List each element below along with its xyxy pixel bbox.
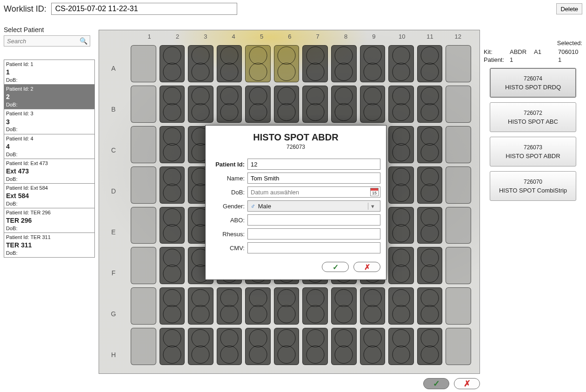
delete-button[interactable]: Delete: [556, 3, 582, 14]
plate-well[interactable]: [445, 206, 472, 245]
plate-well[interactable]: [187, 44, 214, 83]
plate-well[interactable]: [416, 85, 444, 124]
plate-well[interactable]: [216, 85, 243, 124]
plate-well[interactable]: [387, 286, 415, 326]
plate-well[interactable]: [387, 246, 415, 285]
plate-well[interactable]: [445, 44, 472, 83]
kit-button[interactable]: 726074 HISTO SPOT DRDQ: [490, 68, 576, 98]
plate-confirm-button[interactable]: ✓: [423, 378, 449, 389]
plate-well[interactable]: [159, 327, 186, 366]
abo-field[interactable]: [247, 214, 380, 226]
plate-well[interactable]: [159, 166, 186, 205]
plate-cancel-button[interactable]: ✗: [454, 378, 480, 389]
kit-button[interactable]: 726073 HISTO SPOT ABDR: [490, 137, 576, 166]
plate-well[interactable]: [330, 44, 358, 83]
plate-well[interactable]: [387, 44, 415, 83]
plate-well[interactable]: [416, 125, 444, 164]
plate-well[interactable]: [130, 44, 157, 83]
calendar-icon[interactable]: 15: [370, 188, 379, 196]
worklist-id-input[interactable]: [51, 3, 237, 15]
plate-well[interactable]: [130, 206, 157, 245]
dialog-confirm-button[interactable]: ✓: [322, 262, 349, 272]
plate-well[interactable]: [130, 286, 157, 326]
plate-well[interactable]: [159, 246, 186, 285]
plate-well[interactable]: [330, 85, 358, 124]
gender-select[interactable]: ♂ Male ▾: [247, 200, 380, 212]
dialog-title: HISTO SPOT ABDR: [211, 132, 380, 143]
plate-well[interactable]: [416, 166, 444, 205]
search-input[interactable]: [4, 35, 90, 47]
patient-list-item[interactable]: Patient Id: 3 3 DoB:: [4, 109, 94, 134]
patient-list-item[interactable]: Patient Id: TER 296 TER 296 DoB:: [4, 208, 94, 233]
plate-well[interactable]: [130, 125, 157, 164]
patient-list-item[interactable]: Patient Id: TER 311 TER 311 DoB:: [4, 233, 94, 257]
plate-well[interactable]: [445, 166, 472, 205]
plate-well[interactable]: [359, 327, 386, 366]
plate-well[interactable]: [445, 246, 472, 285]
plate-well[interactable]: [244, 85, 272, 124]
cmv-field[interactable]: [247, 242, 380, 253]
plate-well[interactable]: [273, 286, 300, 326]
patient-list-item[interactable]: Patient Id: Ext 584 Ext 584 DoB:: [4, 184, 94, 208]
plate-well[interactable]: [244, 286, 272, 326]
plate-well[interactable]: [445, 286, 472, 326]
plate-well[interactable]: [273, 327, 300, 366]
plate-well[interactable]: [187, 286, 214, 326]
plate-well[interactable]: [273, 85, 300, 124]
plate-well[interactable]: [330, 327, 358, 366]
plate-well[interactable]: [159, 286, 186, 326]
plate-well[interactable]: [445, 85, 472, 124]
plate-well[interactable]: [330, 286, 358, 326]
plate-well[interactable]: [187, 85, 214, 124]
search-icon[interactable]: 🔍: [80, 37, 87, 45]
plate-well[interactable]: [159, 206, 186, 245]
plate-well[interactable]: [159, 85, 186, 124]
patient-list-item[interactable]: Patient Id: 1 1 DoB:: [4, 60, 94, 85]
plate-well[interactable]: [130, 327, 157, 366]
dob-field[interactable]: [247, 186, 380, 198]
plate-well[interactable]: [301, 44, 329, 83]
dialog-cancel-button[interactable]: ✗: [353, 262, 380, 272]
patient-id-field[interactable]: [247, 159, 380, 170]
patient-list-item[interactable]: Patient Id: 4 4 DoB:: [4, 134, 94, 159]
plate-well[interactable]: [244, 327, 272, 366]
plate-well[interactable]: [130, 166, 157, 205]
plate-well[interactable]: [416, 286, 444, 326]
plate-well[interactable]: [416, 246, 444, 285]
plate-well[interactable]: [387, 85, 415, 124]
plate-well[interactable]: [244, 44, 272, 83]
plate-well[interactable]: [187, 327, 214, 366]
plate-well[interactable]: [273, 44, 300, 83]
plate-well[interactable]: [445, 327, 472, 366]
plate-well[interactable]: [301, 286, 329, 326]
kit-pos: A1: [534, 48, 558, 55]
plate-well[interactable]: [387, 206, 415, 245]
plate-well[interactable]: [130, 85, 157, 124]
plate-well[interactable]: [301, 327, 329, 366]
patient-list-item[interactable]: Patient Id: Ext 473 Ext 473 DoB:: [4, 159, 94, 184]
plate-well[interactable]: [216, 44, 243, 83]
name-field[interactable]: [247, 173, 380, 184]
plate-well[interactable]: [387, 327, 415, 366]
plate-well[interactable]: [216, 286, 243, 326]
kit-button-name: HISTO SPOT ABDR: [506, 153, 560, 159]
plate-well[interactable]: [416, 206, 444, 245]
plate-well[interactable]: [130, 246, 157, 285]
plate-well[interactable]: [416, 327, 444, 366]
plate-well[interactable]: [416, 44, 444, 83]
plate-well[interactable]: [359, 286, 386, 326]
plate-well[interactable]: [359, 85, 386, 124]
rhesus-field[interactable]: [247, 228, 380, 239]
plate-well[interactable]: [159, 44, 186, 83]
plate-well[interactable]: [445, 125, 472, 164]
kit-button[interactable]: 726070 HISTO SPOT CombiStrip: [490, 171, 576, 201]
plate-well[interactable]: [387, 166, 415, 205]
plate-well[interactable]: [387, 125, 415, 164]
plate-well[interactable]: [301, 85, 329, 124]
kit-button[interactable]: 726072 HISTO SPOT ABC: [490, 102, 576, 132]
patient-list-item[interactable]: Patient Id: 2 2 DoB:: [4, 85, 94, 109]
chevron-down-icon[interactable]: ▾: [368, 203, 377, 210]
plate-well[interactable]: [216, 327, 243, 366]
plate-well[interactable]: [159, 125, 186, 164]
plate-well[interactable]: [359, 44, 386, 83]
